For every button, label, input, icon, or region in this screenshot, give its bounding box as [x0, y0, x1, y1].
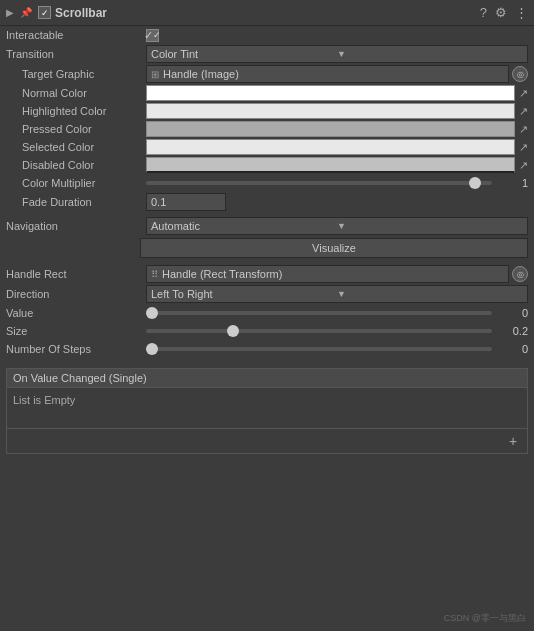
disabled-color-field[interactable]	[146, 157, 515, 173]
selected-color-field[interactable]	[146, 139, 515, 155]
inspector-header: ▶ 📌 ✓ Scrollbar ? ⚙ ⋮	[0, 0, 534, 26]
value-thumb[interactable]	[146, 307, 158, 319]
handle-rect-label: Handle Rect	[6, 268, 146, 280]
direction-dropdown-text: Left To Right	[151, 288, 337, 300]
size-label: Size	[6, 325, 146, 337]
transition-dropdown-arrow: ▼	[337, 49, 523, 59]
selected-color-row: Selected Color ↗	[0, 138, 534, 156]
image-icon: ⊞	[151, 69, 159, 80]
target-graphic-field[interactable]: ⊞ Handle (Image)	[146, 65, 509, 83]
navigation-row: Navigation Automatic ▼	[0, 216, 534, 236]
transition-row: Transition Color Tint ▼	[0, 44, 534, 64]
target-graphic-row: Target Graphic ⊞ Handle (Image) ◎	[0, 64, 534, 84]
component-title: Scrollbar	[55, 6, 107, 20]
event-header: On Value Changed (Single)	[7, 369, 527, 388]
active-checkbox[interactable]: ✓	[38, 6, 51, 19]
value-track	[146, 311, 492, 315]
handle-rect-field[interactable]: ⠿ Handle (Rect Transform)	[146, 265, 509, 283]
target-graphic-value: ⊞ Handle (Image) ◎	[146, 65, 528, 83]
steps-track	[146, 347, 492, 351]
visualize-row: Visualize	[0, 236, 534, 260]
direction-dropdown-arrow: ▼	[337, 289, 523, 299]
color-multiplier-track	[146, 181, 492, 185]
color-multiplier-num: 1	[498, 177, 528, 189]
disabled-color-link-icon[interactable]: ↗	[519, 159, 528, 172]
interactable-checkbox[interactable]: ✓	[146, 29, 159, 42]
normal-color-field[interactable]	[146, 85, 515, 101]
highlighted-color-label: Highlighted Color	[6, 105, 146, 117]
normal-color-row: Normal Color ↗	[0, 84, 534, 102]
size-slider: 0.2	[146, 325, 528, 337]
disabled-color-label: Disabled Color	[6, 159, 146, 171]
value-row: Value 0	[0, 304, 534, 322]
disabled-color-value: ↗	[146, 157, 528, 173]
event-section: On Value Changed (Single) List is Empty …	[6, 368, 528, 454]
steps-slider: 0	[146, 343, 528, 355]
size-thumb[interactable]	[227, 325, 239, 337]
navigation-dropdown[interactable]: Automatic ▼	[146, 217, 528, 235]
color-multiplier-row: Color Multiplier 1	[0, 174, 534, 192]
watermark: CSDN @零一与黑白	[444, 612, 526, 625]
menu-icon[interactable]: ⋮	[515, 5, 528, 20]
list-empty-text: List is Empty	[13, 394, 75, 406]
color-multiplier-label: Color Multiplier	[6, 177, 146, 189]
interactable-value: ✓	[146, 29, 528, 42]
add-event-button[interactable]: +	[503, 431, 523, 451]
steps-num: 0	[498, 343, 528, 355]
visualize-button[interactable]: Visualize	[140, 238, 528, 258]
selected-color-label: Selected Color	[6, 141, 146, 153]
transition-dropdown[interactable]: Color Tint ▼	[146, 45, 528, 63]
target-graphic-label: Target Graphic	[6, 68, 146, 80]
highlighted-color-row: Highlighted Color ↗	[0, 102, 534, 120]
handle-rect-icon: ⠿	[151, 269, 158, 280]
header-right: ? ⚙ ⋮	[480, 5, 528, 20]
fade-duration-value: 0.1	[146, 193, 528, 211]
fade-duration-label: Fade Duration	[6, 196, 146, 208]
disabled-color-row: Disabled Color ↗	[0, 156, 534, 174]
direction-value: Left To Right ▼	[146, 285, 528, 303]
visualize-inner: Visualize	[140, 238, 528, 258]
event-title: On Value Changed (Single)	[13, 372, 147, 384]
direction-dropdown[interactable]: Left To Right ▼	[146, 285, 528, 303]
selected-color-link-icon[interactable]: ↗	[519, 141, 528, 154]
pressed-color-label: Pressed Color	[6, 123, 146, 135]
size-num: 0.2	[498, 325, 528, 337]
highlighted-color-link-icon[interactable]: ↗	[519, 105, 528, 118]
settings-icon[interactable]: ⚙	[495, 5, 507, 20]
color-multiplier-value: 1	[146, 177, 528, 189]
event-body: List is Empty	[7, 388, 527, 428]
color-multiplier-slider-container: 1	[146, 177, 528, 189]
steps-label: Number Of Steps	[6, 343, 146, 355]
normal-color-link-icon[interactable]: ↗	[519, 87, 528, 100]
steps-row: Number Of Steps 0	[0, 340, 534, 358]
highlighted-color-value: ↗	[146, 103, 528, 119]
value-slider: 0	[146, 307, 528, 319]
pressed-color-link-icon[interactable]: ↗	[519, 123, 528, 136]
event-footer: +	[7, 428, 527, 453]
normal-color-label: Normal Color	[6, 87, 146, 99]
transition-label: Transition	[6, 48, 146, 60]
handle-rect-select-btn[interactable]: ◎	[512, 266, 528, 282]
expand-icon[interactable]: ▶	[6, 7, 14, 18]
selected-color-value: ↗	[146, 139, 528, 155]
navigation-label: Navigation	[6, 220, 146, 232]
handle-rect-text: Handle (Rect Transform)	[162, 268, 282, 280]
steps-thumb[interactable]	[146, 343, 158, 355]
interactable-label: Interactable	[6, 29, 146, 41]
value-num: 0	[498, 307, 528, 319]
help-icon[interactable]: ?	[480, 5, 487, 20]
pressed-color-field[interactable]	[146, 121, 515, 137]
navigation-dropdown-text: Automatic	[151, 220, 337, 232]
inspector-panel: ▶ 📌 ✓ Scrollbar ? ⚙ ⋮ Interactable ✓ Tra…	[0, 0, 534, 454]
size-slider-container: 0.2	[146, 325, 528, 337]
value-slider-container: 0	[146, 307, 528, 319]
target-graphic-select-btn[interactable]: ◎	[512, 66, 528, 82]
fade-duration-input[interactable]: 0.1	[146, 193, 226, 211]
target-graphic-text: Handle (Image)	[163, 68, 239, 80]
normal-color-value: ↗	[146, 85, 528, 101]
handle-rect-row: Handle Rect ⠿ Handle (Rect Transform) ◎	[0, 264, 534, 284]
fade-duration-row: Fade Duration 0.1	[0, 192, 534, 212]
color-multiplier-thumb[interactable]	[469, 177, 481, 189]
component-content: Interactable ✓ Transition Color Tint ▼ T…	[0, 26, 534, 454]
highlighted-color-field[interactable]	[146, 103, 515, 119]
